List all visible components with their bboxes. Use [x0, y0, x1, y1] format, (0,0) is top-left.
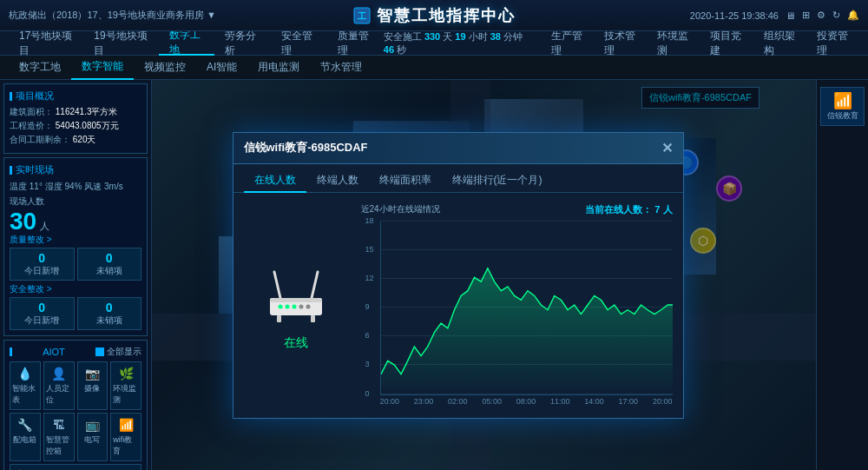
nav-bar-1: 17号地块项目 19号地块项目 数字工地 劳务分析 安全管理 质量管理 安全施工… — [0, 31, 868, 56]
nav2-smart[interactable]: 数字智能 — [71, 56, 134, 80]
nav-bar-2: 数字工地 数字智能 视频监控 AI智能 用电监测 节水管理 — [0, 56, 868, 80]
safety-days: 330 — [424, 31, 440, 42]
env-icon: 🌿 — [116, 366, 135, 381]
aiot-water[interactable]: 💧 智能水表 — [10, 361, 41, 410]
safety-link[interactable]: 安全整改 > — [10, 283, 141, 295]
top-bar-left: 杭政储出（2018）17、19号地块商业商务用房 ▼ — [9, 9, 216, 22]
aiot-video-row: 🎥 视频监控 — [10, 464, 141, 470]
safety-text4: 分钟 — [503, 31, 523, 42]
chart-header: 近24小时在线端情况 当前在线人数： 7 人 — [361, 203, 673, 216]
aiot-env[interactable]: 🌿 环境监测 — [110, 361, 141, 410]
camera-icon: 📷 — [82, 366, 102, 381]
svg-point-6 — [278, 305, 282, 309]
safety-hours: 19 — [455, 31, 465, 42]
nav2-digital[interactable]: 数字工地 — [9, 56, 71, 80]
alarm-link[interactable]: 质量整改 > — [10, 234, 141, 246]
router-svg — [261, 259, 331, 328]
svg-point-7 — [285, 305, 289, 309]
aiot-wifi[interactable]: 📶 wifi教育 — [110, 413, 141, 461]
settings-icon[interactable]: ⚙ — [817, 10, 825, 21]
aiot-tv[interactable]: 📺 电写 — [77, 413, 108, 461]
wifi-icon: 📶 — [116, 417, 135, 433]
aiot-elec[interactable]: 🔧 配电箱 — [10, 413, 41, 461]
nav-production[interactable]: 生产管理 — [541, 31, 594, 56]
realtime-block: 实时现场 温度 11° 湿度 94% 风速 3m/s 现场人数 30 人 质量整… — [3, 157, 148, 336]
project-overview-title: 项目概况 — [10, 89, 141, 103]
nav-labor[interactable]: 劳务分析 — [214, 31, 271, 56]
alarm-pending-box: 0 未销项 — [77, 248, 142, 281]
nav2-water[interactable]: 节水管理 — [310, 56, 372, 80]
elec-icon: 🔧 — [16, 417, 35, 433]
alert-text[interactable]: 杭政储出（2018）17、19号地块商业商务用房 ▼ — [9, 9, 216, 22]
right-sidebar: 📶 信锐教育 — [816, 80, 868, 470]
modal-box: 信锐wifi教育-6985CDAF ✕ 在线人数 终端人数 终端面积率 终端排行… — [233, 132, 684, 419]
modal-tab-terminal[interactable]: 终端人数 — [306, 169, 369, 193]
modal-body: 在线 近24小时在线端情况 当前在线人数： 7 人 — [233, 193, 683, 418]
svg-point-9 — [299, 305, 303, 309]
aiot-block: AIOT 全部显示 💧 智能水表 👤 人员定位 📷 摄像 — [3, 340, 148, 470]
nav-party[interactable]: 项目党建 — [700, 31, 753, 56]
right-btn-wifi[interactable]: 📶 信锐教育 — [820, 87, 865, 126]
map-area: 🏗 📍 🍽 🌿 ⬡ 📦 🔵 信锐wifi教育-6985CDAF 信锐wifi教育… — [152, 80, 816, 470]
svg-line-2 — [274, 272, 280, 298]
modal-title: 信锐wifi教育-6985CDAF — [244, 140, 368, 156]
refresh-icon[interactable]: ↻ — [832, 10, 840, 21]
right-nav: 生产管理 技术管理 环境监测 项目党建 组织架构 投资管理 — [541, 31, 859, 56]
aiot-smart-box[interactable]: 🏗 智慧管控箱 — [43, 413, 75, 461]
datetime: 2020-11-25 19:38:46 — [690, 10, 779, 21]
svg-text:工: 工 — [358, 11, 366, 21]
nav2-video[interactable]: 视频监控 — [134, 56, 196, 80]
modal-device: 在线 — [244, 203, 348, 407]
nav-safety[interactable]: 安全管理 — [271, 31, 327, 56]
nav-quality[interactable]: 质量管理 — [327, 31, 384, 56]
svg-point-10 — [306, 305, 310, 309]
app-title: 智慧工地指挥中心 — [377, 5, 516, 26]
workers-count-row: 30 人 — [10, 209, 141, 234]
nav-org[interactable]: 组织架构 — [753, 31, 806, 56]
aiot-person[interactable]: 👤 人员定位 — [43, 361, 75, 410]
nav-tech[interactable]: 技术管理 — [594, 31, 647, 56]
nav-env[interactable]: 环境监测 — [647, 31, 700, 56]
realtime-title: 实时现场 — [10, 163, 141, 176]
nav-digital-site[interactable]: 数字工地 — [159, 31, 215, 56]
monitor-icon[interactable]: 🖥 — [786, 10, 795, 21]
safety-today-box: 0 今日新增 — [10, 297, 75, 330]
nav2-ai[interactable]: AI智能 — [196, 56, 247, 80]
top-bar-right: 2020-11-25 19:38:46 🖥 ⊞ ⚙ ↻ 🔔 — [690, 10, 859, 21]
alarm-grid: 0 今日新增 0 未销项 — [10, 248, 141, 281]
nav-invest[interactable]: 投资管理 — [806, 31, 859, 56]
person-icon: 👤 — [49, 366, 69, 381]
svg-point-8 — [292, 305, 296, 309]
show-all-label[interactable]: 全部显示 — [95, 346, 141, 358]
router-icon — [261, 259, 331, 328]
grid-icon[interactable]: ⊞ — [802, 10, 810, 21]
main-content: 项目概况 建筑面积： 116241.3平方米 工程造价： 54043.0805万… — [0, 80, 868, 470]
modal-tab-rank[interactable]: 终端排行(近一个月) — [442, 169, 553, 193]
modal-tab-area[interactable]: 终端面积率 — [369, 169, 442, 193]
aiot-title: AIOT 全部显示 — [10, 346, 141, 358]
device-status: 在线 — [284, 335, 308, 351]
weather-info: 温度 11° 湿度 94% 风速 3m/s — [10, 180, 141, 193]
aiot-camera[interactable]: 📷 摄像 — [77, 361, 108, 410]
bell-icon[interactable]: 🔔 — [847, 10, 859, 21]
safety-pending-box: 0 未销项 — [77, 297, 142, 330]
modal-chart: 近24小时在线端情况 当前在线人数： 7 人 18 15 12 — [361, 203, 673, 407]
chart-area: 18 15 12 9 6 3 0 — [380, 222, 673, 395]
modal-overlay: 信锐wifi教育-6985CDAF ✕ 在线人数 终端人数 终端面积率 终端排行… — [152, 80, 816, 470]
modal-tab-online[interactable]: 在线人数 — [244, 169, 306, 193]
show-all-checkbox[interactable] — [95, 348, 104, 356]
nav2-electric[interactable]: 用电监测 — [247, 56, 310, 80]
aiot-video[interactable]: 🎥 视频监控 — [10, 464, 141, 470]
svg-rect-5 — [270, 298, 322, 302]
nav-19-project[interactable]: 19号地块项目 — [83, 31, 158, 56]
area-row: 建筑面积： 116241.3平方米 — [10, 106, 141, 118]
modal-close-button[interactable]: ✕ — [661, 140, 673, 156]
project-overview-block: 项目概况 建筑面积： 116241.3平方米 工程造价： 54043.0805万… — [3, 83, 148, 154]
nav-17-project[interactable]: 17号地块项目 — [9, 31, 83, 56]
safety-minutes: 38 — [490, 31, 501, 42]
modal-tabs: 在线人数 终端人数 终端面积率 终端排行(近一个月) — [233, 164, 683, 193]
svg-line-3 — [312, 272, 318, 298]
period-row: 合同工期剩余： 620天 — [10, 134, 141, 146]
safety-grid: 0 今日新增 0 未销项 — [10, 297, 141, 330]
safety-text5: 秒 — [397, 44, 406, 55]
